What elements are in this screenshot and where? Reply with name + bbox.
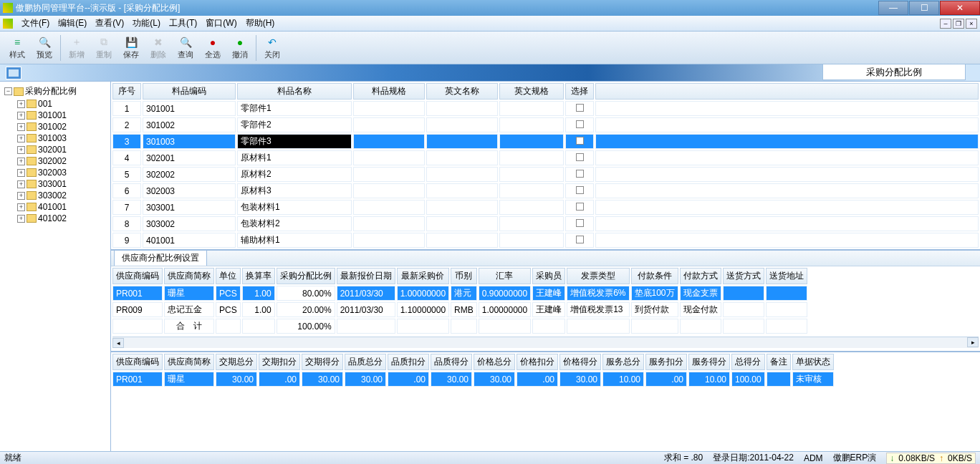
toolbar-preview-button[interactable]: 🔍预览: [32, 34, 57, 62]
checkbox[interactable]: [576, 120, 584, 128]
tree-item[interactable]: +401002: [1, 213, 109, 224]
column-header[interactable]: 价格扣分: [517, 354, 558, 370]
column-header[interactable]: 汇率: [479, 268, 531, 284]
mdi-restore-button[interactable]: ❐: [953, 19, 964, 29]
column-header[interactable]: 备注: [767, 354, 791, 370]
column-header[interactable]: 料品编码: [143, 83, 236, 100]
column-header[interactable]: 交期扣分: [259, 354, 300, 370]
expand-icon[interactable]: −: [4, 87, 12, 95]
toolbar-undo-button[interactable]: ●撤消: [227, 34, 253, 62]
column-header[interactable]: 料品名称: [237, 83, 352, 100]
column-header[interactable]: 料品规格: [353, 83, 425, 100]
column-header[interactable]: 付款条件: [631, 268, 678, 284]
column-header[interactable]: 送货方式: [723, 268, 764, 284]
column-header[interactable]: 品质总分: [345, 354, 386, 370]
close-button[interactable]: ✕: [940, 1, 980, 15]
tree-item[interactable]: +301001: [1, 110, 109, 121]
column-header[interactable]: 品质得分: [431, 354, 472, 370]
column-header[interactable]: 选择: [565, 83, 594, 100]
expand-icon[interactable]: +: [17, 169, 25, 177]
horizontal-scrollbar[interactable]: ◂ ▸: [112, 337, 979, 348]
table-row[interactable]: 4302001原材料1: [112, 150, 979, 165]
column-header[interactable]: 服务得分: [688, 354, 730, 370]
expand-icon[interactable]: +: [17, 158, 25, 165]
expand-icon[interactable]: +: [17, 215, 25, 223]
column-header[interactable]: 供应商编码: [112, 268, 163, 284]
tree-item[interactable]: +401001: [1, 201, 109, 213]
column-header[interactable]: 币别: [451, 268, 477, 284]
menu-item[interactable]: 工具(T): [165, 16, 201, 31]
column-header[interactable]: 供应商简称: [164, 354, 214, 370]
tree-item[interactable]: +302002: [1, 155, 109, 167]
materials-grid[interactable]: 序号料品编码料品名称料品规格英文名称英文规格选择 1301001零部件12301…: [111, 82, 980, 249]
tree-item[interactable]: +301003: [1, 132, 109, 144]
table-row[interactable]: 5302002原材料2: [112, 167, 979, 182]
menu-item[interactable]: 功能(L): [128, 16, 165, 31]
table-row[interactable]: 8303002包装材料2: [112, 216, 979, 231]
mdi-close-button[interactable]: ×: [966, 19, 977, 29]
checkbox[interactable]: [576, 203, 584, 211]
table-row[interactable]: 3301003零部件3: [112, 134, 979, 149]
column-header[interactable]: 采购分配比例: [277, 268, 335, 284]
column-header[interactable]: 交期总分: [216, 354, 257, 370]
column-header[interactable]: 单位: [216, 268, 241, 284]
column-header[interactable]: 价格总分: [474, 354, 515, 370]
tree-root[interactable]: − 采购分配比例: [1, 84, 109, 98]
toolbar-selall-button[interactable]: ●全选: [200, 34, 226, 62]
column-header[interactable]: 最新报价日期: [337, 268, 395, 284]
table-row[interactable]: PR001珊星PCS1.0080.00%2011/03/301.00000000…: [112, 286, 807, 301]
table-row[interactable]: 2301002零部件2: [112, 117, 979, 132]
expand-icon[interactable]: +: [17, 135, 25, 142]
toolbar-query-button[interactable]: 🔍查询: [173, 34, 198, 62]
checkbox[interactable]: [576, 153, 584, 161]
checkbox[interactable]: [576, 104, 584, 112]
tree-item[interactable]: +303001: [1, 178, 109, 190]
column-header[interactable]: 送货地址: [766, 268, 807, 284]
table-row[interactable]: 1301001零部件1: [112, 101, 979, 116]
maximize-button[interactable]: ☐: [909, 1, 939, 15]
column-header[interactable]: 英文名称: [426, 83, 498, 100]
column-header[interactable]: 序号: [112, 83, 141, 100]
menu-item[interactable]: 帮助(H): [241, 16, 279, 31]
checkbox[interactable]: [576, 236, 584, 243]
menu-item[interactable]: 窗口(W): [201, 16, 241, 31]
expand-icon[interactable]: +: [17, 146, 25, 154]
tree-item[interactable]: +303002: [1, 190, 109, 201]
menu-item[interactable]: 文件(F): [17, 16, 54, 31]
menu-item[interactable]: 编辑(E): [54, 16, 91, 31]
table-row[interactable]: PR009忠记五金PCS1.0020.00%2011/03/301.100000…: [112, 302, 807, 317]
checkbox[interactable]: [576, 137, 584, 145]
mdi-minimize-button[interactable]: –: [940, 19, 951, 29]
nav-tree[interactable]: − 采购分配比例 +001+301001+301002+301003+30200…: [0, 82, 111, 451]
expand-icon[interactable]: +: [17, 100, 25, 108]
supplier-ratio-grid[interactable]: 供应商编码供应商简称单位换算率采购分配比例最新报价日期最新采购价币别汇率采购员发…: [111, 266, 809, 335]
checkbox[interactable]: [576, 170, 584, 178]
expand-icon[interactable]: +: [17, 192, 25, 200]
tab-supplier-ratio[interactable]: 供应商分配比例设置: [114, 250, 207, 266]
expand-icon[interactable]: +: [17, 123, 25, 131]
column-header[interactable]: 最新采购价: [397, 268, 449, 284]
column-header[interactable]: 供应商简称: [164, 268, 214, 284]
column-header[interactable]: 英文规格: [499, 83, 564, 100]
table-row[interactable]: 9401001辅助材料1: [112, 233, 979, 248]
column-header[interactable]: 采购员: [532, 268, 565, 284]
checkbox[interactable]: [576, 219, 584, 227]
minimize-button[interactable]: —: [878, 1, 908, 15]
column-header[interactable]: 付款方式: [680, 268, 721, 284]
column-header[interactable]: 换算率: [242, 268, 275, 284]
column-header[interactable]: 交期得分: [302, 354, 343, 370]
scroll-right-icon[interactable]: ▸: [967, 337, 979, 347]
menu-item[interactable]: 查看(V): [91, 16, 128, 31]
column-header[interactable]: 单据状态: [792, 354, 834, 370]
tree-item[interactable]: +301002: [1, 121, 109, 132]
tree-item[interactable]: +302001: [1, 144, 109, 155]
expand-icon[interactable]: +: [17, 203, 25, 211]
column-header[interactable]: 品质扣分: [388, 354, 429, 370]
tree-item[interactable]: +302003: [1, 167, 109, 178]
scroll-left-icon[interactable]: ◂: [112, 338, 124, 348]
column-header[interactable]: 服务扣分: [645, 354, 687, 370]
tree-item[interactable]: +001: [1, 98, 109, 110]
toolbar-close-button[interactable]: ↶关闭: [259, 34, 285, 62]
toolbar-style-button[interactable]: ≡样式: [4, 34, 30, 62]
toolbar-save-button[interactable]: 💾保存: [118, 34, 144, 62]
